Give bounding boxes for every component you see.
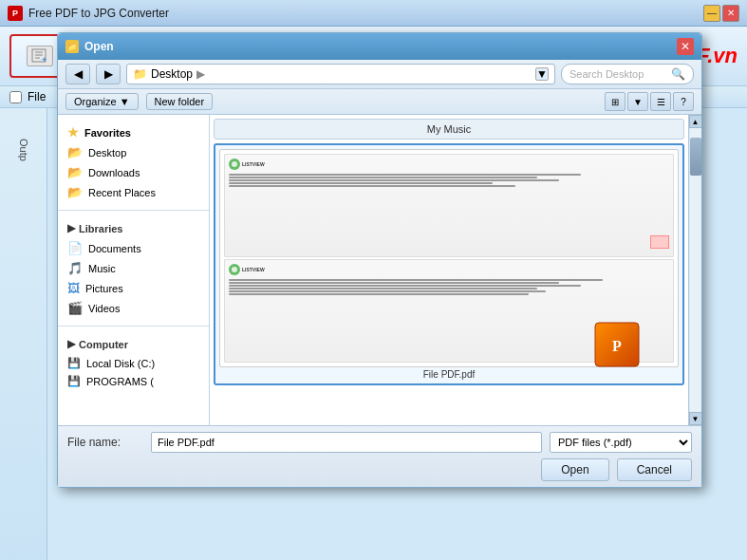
dialog-sidebar: ★ Favorites 📂 Desktop 📂 Downloads 📂 (58, 115, 210, 425)
svg-text:+: + (42, 55, 47, 64)
scroll-down-button[interactable]: ▼ (689, 412, 702, 425)
sidebar-pictures-label: Pictures (85, 283, 123, 294)
open-button[interactable]: Open (541, 458, 608, 481)
sidebar-item-local-disk[interactable]: 💾 Local Disk (C:) (58, 354, 209, 372)
search-placeholder: Search Desktop (570, 68, 644, 80)
sidebar-item-recent[interactable]: 📂 Recent Places (58, 182, 209, 202)
search-bar[interactable]: Search Desktop 🔍 (561, 64, 694, 84)
svg-text:P: P (612, 338, 622, 354)
sidebar-documents-label: Documents (88, 243, 141, 254)
view-btn-3[interactable]: ☰ (650, 92, 671, 111)
filename-input[interactable] (151, 432, 542, 453)
dialog-body: ★ Favorites 📂 Desktop 📂 Downloads 📂 (58, 115, 701, 425)
dialog-title-text: Open (84, 40, 671, 53)
view-btn-2[interactable]: ▼ (627, 92, 648, 111)
open-dialog: 📁 Open ✕ ◀ ▶ 📁 Desktop ▶ ▼ Search Deskto… (57, 32, 702, 488)
sidebar-recent-label: Recent Places (88, 187, 156, 198)
my-music-label: My Music (214, 119, 684, 140)
add-file-icon: + (27, 46, 53, 66)
dialog-scrollbar[interactable]: ▲ ▼ (688, 115, 701, 425)
dialog-action-row: Open Cancel (67, 458, 692, 481)
pdf-file-item[interactable]: LISTVIEW (214, 143, 684, 385)
sidebar-item-desktop[interactable]: 📂 Desktop (58, 142, 209, 162)
computer-text: Computer (79, 339, 128, 350)
title-bar: P Free PDF to JPG Converter — ✕ (0, 0, 747, 27)
music-icon: 🎵 (67, 261, 83, 275)
libraries-section: ▶ Libraries 📄 Documents 🎵 Music 🖼 (58, 215, 209, 322)
file-checkbox[interactable] (9, 91, 22, 103)
local-disk-icon: 💾 (67, 357, 81, 369)
scroll-thumb[interactable] (690, 138, 701, 176)
sidebar-videos-label: Videos (88, 303, 120, 314)
file-column-label: File (28, 90, 46, 103)
pdf-icon-overlay: P (593, 321, 641, 368)
cancel-button[interactable]: Cancel (617, 458, 692, 481)
sidebar-desktop-label: Desktop (88, 147, 126, 159)
desktop-folder-icon: 📂 (67, 145, 83, 159)
recent-folder-icon: 📂 (67, 185, 83, 199)
sidebar-item-pictures[interactable]: 🖼 Pictures (58, 278, 209, 298)
documents-icon: 📄 (67, 241, 83, 255)
filename-row: File name: PDF files (*.pdf) (67, 432, 692, 453)
favorites-label: Favorites (84, 127, 131, 139)
dialog-title-bar: 📁 Open ✕ (58, 33, 701, 60)
organize-button[interactable]: Organize ▼ (65, 93, 139, 110)
svg-point-6 (232, 161, 237, 167)
downloads-folder-icon: 📂 (67, 165, 83, 179)
svg-point-7 (232, 267, 237, 272)
new-folder-button[interactable]: New folder (146, 93, 214, 110)
sidebar-item-downloads[interactable]: 📂 Downloads (58, 162, 209, 182)
pdf-slide-1: LISTVIEW (224, 154, 674, 257)
organize-dropdown-icon: ▼ (120, 96, 130, 107)
sidebar-downloads-label: Downloads (88, 167, 140, 178)
pictures-icon: 🖼 (67, 281, 80, 295)
libraries-text: Libraries (79, 223, 122, 234)
close-button[interactable]: ✕ (722, 5, 739, 22)
sidebar-local-disk-label: Local Disk (C:) (86, 358, 155, 369)
videos-icon: 🎬 (67, 301, 83, 315)
dialog-toolbar2: Organize ▼ New folder ⊞ ▼ ☰ ? (58, 89, 701, 115)
main-content: Outp 📁 Open ✕ ◀ ▶ 📁 Desktop ▶ ▼ (0, 108, 747, 560)
sidebar-item-programs[interactable]: 💾 PROGRAMS ( (58, 372, 209, 390)
output-label: Outp (9, 135, 39, 165)
sidebar-programs-label: PROGRAMS ( (86, 376, 154, 387)
right-panel: 📁 Open ✕ ◀ ▶ 📁 Desktop ▶ ▼ Search Deskto… (47, 108, 747, 560)
sidebar-music-label: Music (88, 263, 116, 274)
minimize-button[interactable]: — (703, 5, 720, 22)
dialog-title-icon: 📁 (65, 40, 79, 53)
favorites-header: ★ Favorites (58, 122, 209, 142)
scroll-track (690, 128, 701, 412)
path-folder-icon: 📁 (133, 67, 147, 81)
app-icon: P (8, 6, 23, 21)
libraries-expand-icon: ▶ (67, 222, 75, 234)
sidebar-item-documents[interactable]: 📄 Documents (58, 238, 209, 258)
sidebar-item-music[interactable]: 🎵 Music (58, 258, 209, 278)
dialog-bottom: File name: PDF files (*.pdf) Open Cancel (58, 425, 701, 487)
dialog-main: My Music LISTVIEW (210, 115, 688, 425)
back-button[interactable]: ◀ (65, 64, 90, 84)
computer-section: ▶ Computer 💾 Local Disk (C:) 💾 PROGRAMS … (58, 330, 209, 394)
computer-expand-icon: ▶ (67, 338, 75, 350)
forward-button[interactable]: ▶ (96, 64, 121, 84)
dialog-close-button[interactable]: ✕ (677, 38, 694, 55)
scroll-up-button[interactable]: ▲ (689, 115, 702, 128)
window-controls: — ✕ (703, 5, 739, 22)
new-folder-label: New folder (155, 96, 205, 107)
view-buttons: ⊞ ▼ ☰ ? (605, 92, 694, 111)
favorites-section: ★ Favorites 📂 Desktop 📂 Downloads 📂 (58, 119, 209, 206)
help-dialog-btn[interactable]: ? (673, 92, 694, 111)
left-panel: Outp (0, 108, 47, 560)
view-btn-1[interactable]: ⊞ (605, 92, 626, 111)
file-name-label: File PDF.pdf (423, 369, 475, 380)
star-icon: ★ (67, 125, 79, 140)
path-arrow: ▶ (196, 67, 205, 81)
libraries-label: ▶ Libraries (58, 218, 209, 238)
path-text: Desktop (151, 67, 193, 81)
path-bar[interactable]: 📁 Desktop ▶ ▼ (126, 64, 555, 84)
sidebar-item-videos[interactable]: 🎬 Videos (58, 298, 209, 318)
computer-label: ▶ Computer (58, 334, 209, 354)
dialog-nav: ◀ ▶ 📁 Desktop ▶ ▼ Search Desktop 🔍 (58, 60, 701, 89)
filetype-select[interactable]: PDF files (*.pdf) (550, 432, 692, 453)
filename-label: File name: (67, 436, 143, 449)
programs-icon: 💾 (67, 375, 81, 387)
